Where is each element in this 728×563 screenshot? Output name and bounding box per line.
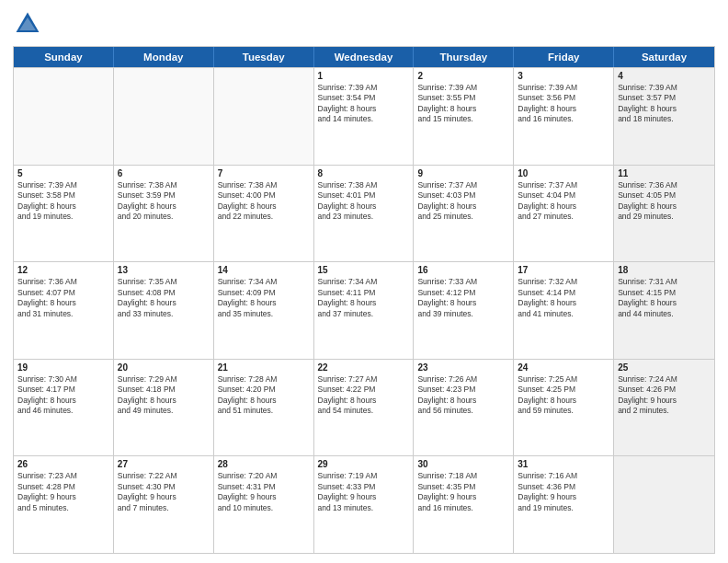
daylight-line2: and 51 minutes.	[218, 406, 310, 416]
day-number: 7	[218, 168, 310, 178]
sunrise-line: Sunrise: 7:25 AM	[518, 374, 609, 385]
calendar-cell: 28Sunrise: 7:20 AMSunset: 4:31 PMDayligh…	[214, 456, 314, 553]
daylight-line2: and 18 minutes.	[618, 114, 711, 124]
day-number: 3	[518, 71, 609, 81]
day-number: 19	[17, 362, 109, 373]
daylight-line1: Daylight: 8 hours	[618, 298, 711, 308]
sunrise-line: Sunrise: 7:31 AM	[618, 277, 711, 287]
sunset-line: Sunset: 3:57 PM	[618, 93, 711, 103]
sunrise-line: Sunrise: 7:38 AM	[218, 180, 310, 190]
daylight-line2: and 46 minutes.	[17, 406, 109, 416]
daylight-line2: and 54 minutes.	[318, 406, 410, 416]
sunrise-line: Sunrise: 7:18 AM	[417, 471, 509, 481]
daylight-line2: and 22 minutes.	[218, 212, 310, 222]
day-number: 27	[118, 459, 210, 469]
sunset-line: Sunset: 4:14 PM	[518, 288, 609, 298]
calendar-cell: 27Sunrise: 7:22 AMSunset: 4:30 PMDayligh…	[114, 456, 214, 553]
calendar-cell: 12Sunrise: 7:36 AMSunset: 4:07 PMDayligh…	[14, 262, 114, 359]
logo	[13, 9, 46, 39]
sunset-line: Sunset: 3:59 PM	[118, 190, 210, 201]
sunrise-line: Sunrise: 7:30 AM	[17, 374, 109, 385]
day-number: 31	[518, 459, 609, 469]
calendar-cell: 22Sunrise: 7:27 AMSunset: 4:22 PMDayligh…	[314, 360, 415, 456]
daylight-line1: Daylight: 8 hours	[518, 396, 609, 406]
daylight-line2: and 41 minutes.	[518, 309, 609, 319]
day-number: 8	[318, 168, 410, 178]
sunrise-line: Sunrise: 7:39 AM	[17, 180, 109, 190]
weekday-header: Wednesday	[314, 47, 415, 67]
sunrise-line: Sunrise: 7:19 AM	[318, 471, 410, 481]
calendar-cell: 3Sunrise: 7:39 AMSunset: 3:56 PMDaylight…	[514, 68, 614, 165]
calendar-cell: 2Sunrise: 7:39 AMSunset: 3:55 PMDaylight…	[414, 68, 514, 165]
daylight-line1: Daylight: 9 hours	[218, 492, 310, 502]
sunrise-line: Sunrise: 7:28 AM	[218, 374, 310, 385]
sunrise-line: Sunrise: 7:26 AM	[417, 374, 509, 385]
sunset-line: Sunset: 4:28 PM	[17, 482, 109, 492]
daylight-line2: and 25 minutes.	[417, 212, 509, 222]
sunrise-line: Sunrise: 7:39 AM	[518, 83, 609, 93]
daylight-line2: and 49 minutes.	[118, 406, 210, 416]
sunrise-line: Sunrise: 7:36 AM	[17, 277, 109, 287]
calendar-cell: 5Sunrise: 7:39 AMSunset: 3:58 PMDaylight…	[14, 166, 114, 262]
weekday-header: Saturday	[614, 47, 714, 67]
daylight-line1: Daylight: 8 hours	[618, 104, 711, 114]
daylight-line2: and 39 minutes.	[417, 309, 509, 319]
sunrise-line: Sunrise: 7:20 AM	[218, 471, 310, 481]
day-number: 5	[17, 168, 109, 178]
daylight-line1: Daylight: 8 hours	[118, 396, 210, 406]
daylight-line1: Daylight: 9 hours	[618, 396, 711, 406]
day-number: 18	[618, 265, 711, 275]
day-number: 10	[518, 168, 609, 178]
daylight-line2: and 16 minutes.	[518, 114, 609, 124]
daylight-line2: and 10 minutes.	[218, 503, 310, 513]
sunrise-line: Sunrise: 7:33 AM	[417, 277, 509, 287]
day-number: 12	[17, 265, 109, 275]
calendar-cell: 19Sunrise: 7:30 AMSunset: 4:17 PMDayligh…	[14, 360, 114, 456]
sunrise-line: Sunrise: 7:38 AM	[318, 180, 410, 190]
sunrise-line: Sunrise: 7:16 AM	[518, 471, 609, 481]
calendar-cell: 17Sunrise: 7:32 AMSunset: 4:14 PMDayligh…	[514, 262, 614, 359]
daylight-line2: and 19 minutes.	[17, 212, 109, 222]
sunset-line: Sunset: 4:26 PM	[618, 385, 711, 395]
calendar-cell: 18Sunrise: 7:31 AMSunset: 4:15 PMDayligh…	[614, 262, 714, 359]
daylight-line1: Daylight: 8 hours	[417, 396, 509, 406]
day-number: 14	[218, 265, 310, 275]
daylight-line1: Daylight: 8 hours	[318, 298, 410, 308]
daylight-line2: and 13 minutes.	[318, 503, 410, 513]
sunset-line: Sunset: 3:54 PM	[318, 93, 410, 103]
calendar-cell: 6Sunrise: 7:38 AMSunset: 3:59 PMDaylight…	[114, 166, 214, 262]
weekday-header: Sunday	[14, 47, 114, 67]
sunrise-line: Sunrise: 7:34 AM	[318, 277, 410, 287]
calendar-cell	[214, 68, 314, 165]
daylight-line1: Daylight: 8 hours	[17, 201, 109, 212]
sunset-line: Sunset: 4:12 PM	[417, 288, 509, 298]
day-number: 17	[518, 265, 609, 275]
calendar-cell: 9Sunrise: 7:37 AMSunset: 4:03 PMDaylight…	[414, 166, 514, 262]
sunrise-line: Sunrise: 7:27 AM	[318, 374, 410, 385]
sunrise-line: Sunrise: 7:22 AM	[118, 471, 210, 481]
sunset-line: Sunset: 3:58 PM	[17, 190, 109, 201]
sunset-line: Sunset: 4:11 PM	[318, 288, 410, 298]
sunset-line: Sunset: 4:30 PM	[118, 482, 210, 492]
daylight-line2: and 16 minutes.	[417, 503, 509, 513]
calendar-row: 19Sunrise: 7:30 AMSunset: 4:17 PMDayligh…	[14, 359, 714, 456]
sunset-line: Sunset: 4:35 PM	[417, 482, 509, 492]
daylight-line2: and 5 minutes.	[17, 503, 109, 513]
day-number: 6	[118, 168, 210, 178]
day-number: 21	[218, 362, 310, 373]
calendar-cell: 23Sunrise: 7:26 AMSunset: 4:23 PMDayligh…	[414, 360, 514, 456]
day-number: 29	[318, 459, 410, 469]
daylight-line1: Daylight: 8 hours	[318, 396, 410, 406]
daylight-line2: and 44 minutes.	[618, 309, 711, 319]
calendar-cell: 25Sunrise: 7:24 AMSunset: 4:26 PMDayligh…	[614, 360, 714, 456]
sunset-line: Sunset: 3:55 PM	[417, 93, 509, 103]
daylight-line1: Daylight: 8 hours	[318, 201, 410, 212]
calendar-cell: 29Sunrise: 7:19 AMSunset: 4:33 PMDayligh…	[314, 456, 415, 553]
sunset-line: Sunset: 4:23 PM	[417, 385, 509, 395]
daylight-line1: Daylight: 9 hours	[318, 492, 410, 502]
daylight-line2: and 56 minutes.	[417, 406, 509, 416]
daylight-line2: and 15 minutes.	[417, 114, 509, 124]
calendar-cell: 14Sunrise: 7:34 AMSunset: 4:09 PMDayligh…	[214, 262, 314, 359]
calendar-cell: 24Sunrise: 7:25 AMSunset: 4:25 PMDayligh…	[514, 360, 614, 456]
calendar-cell: 21Sunrise: 7:28 AMSunset: 4:20 PMDayligh…	[214, 360, 314, 456]
